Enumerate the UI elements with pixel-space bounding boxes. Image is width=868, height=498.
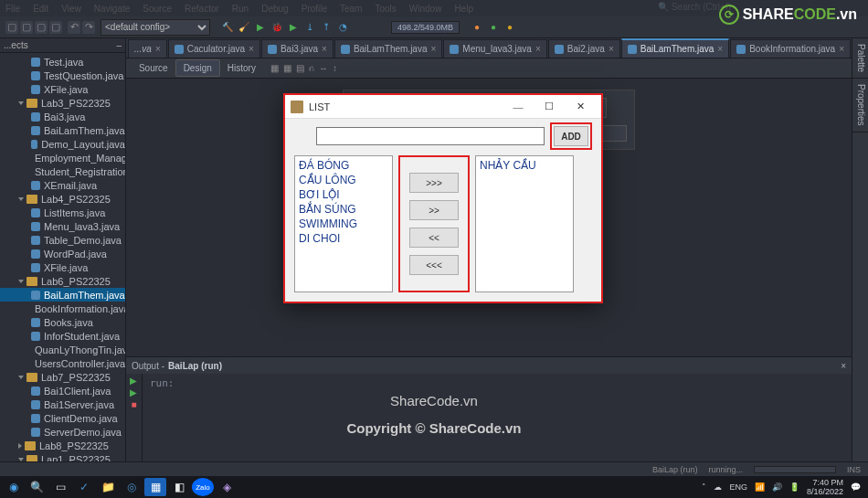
tray-notifications-icon[interactable]: 💬 xyxy=(851,482,861,492)
move-button[interactable]: << xyxy=(409,228,459,248)
list-item[interactable]: SWIMMING xyxy=(299,217,388,231)
open-icon[interactable]: ▢ xyxy=(35,21,48,34)
taskbar-edge-icon[interactable]: ◎ xyxy=(121,478,143,496)
taskbar-explorer-icon[interactable]: 📁 xyxy=(97,478,119,496)
tray-clock[interactable]: 7:40 PM 8/16/2022 xyxy=(807,478,843,496)
taskbar-taskview-icon[interactable]: ▭ xyxy=(49,478,71,496)
tree-folder-lab4_ps22325[interactable]: Lab4_PS22325 xyxy=(0,192,125,206)
run-icon[interactable]: ▶ xyxy=(254,21,267,34)
menu-help[interactable]: Help xyxy=(454,4,473,14)
tree-file-bookinformation-java[interactable]: BookInformation.java xyxy=(0,302,125,315)
designer-icon-3[interactable]: ▤ xyxy=(296,63,304,73)
menu-window[interactable]: Window xyxy=(409,4,442,14)
editor-tab-bailamthem-java[interactable]: BaiLamThem.java× xyxy=(334,39,442,58)
editor-tab-bookinformation-java[interactable]: BookInformation.java× xyxy=(730,39,851,58)
popup-close-button[interactable]: ✕ xyxy=(565,96,596,118)
run-config-select[interactable]: <default config> xyxy=(101,19,210,36)
history-view-button[interactable]: History xyxy=(220,60,263,76)
tray-battery-icon[interactable]: 🔋 xyxy=(789,482,799,492)
build-icon[interactable]: 🔨 xyxy=(221,21,234,34)
tree-folder-lap1_ps22325[interactable]: Lap1_PS22325 xyxy=(0,452,125,461)
taskbar-search-icon[interactable]: 🔍 xyxy=(26,478,48,496)
menu-tools[interactable]: Tools xyxy=(375,4,396,14)
new-file-icon[interactable]: ▢ xyxy=(5,21,18,34)
tree-file-bai1client-java[interactable]: Bai1Client.java xyxy=(0,384,125,397)
editor-tab-bai3-java[interactable]: Bai3.java× xyxy=(261,39,333,58)
tree-file-clientdemo-java[interactable]: ClientDemo.java xyxy=(0,411,125,425)
tree-file-bailamthem-java[interactable]: BaiLamThem.java xyxy=(0,123,125,137)
menu-edit[interactable]: Edit xyxy=(33,4,48,14)
memory-indicator[interactable]: 498.2/549.0MB xyxy=(391,21,460,34)
menu-run[interactable]: Run xyxy=(232,4,249,14)
redo-icon[interactable]: ↷ xyxy=(82,21,95,34)
tree-file-listitems-java[interactable]: ListItems.java xyxy=(0,206,125,219)
project-tree[interactable]: Test.javaTestQuestion.javaXFile.javaLab3… xyxy=(0,53,125,461)
attach-icon[interactable]: ⤒ xyxy=(320,21,333,34)
menu-team[interactable]: Team xyxy=(340,4,362,14)
start-button[interactable]: ◉ xyxy=(4,478,24,496)
tree-folder-lab6_ps22325[interactable]: Lab6_PS22325 xyxy=(0,274,125,288)
popup-maximize-button[interactable]: ☐ xyxy=(534,96,565,118)
design-view-button[interactable]: Design xyxy=(175,59,220,77)
tab-close-icon[interactable]: × xyxy=(155,44,161,54)
popup-right-listbox[interactable]: NHẢY CẦU xyxy=(475,155,574,292)
tray-lang-icon[interactable]: ENG xyxy=(729,482,747,492)
tray-cloud-icon[interactable]: ☁ xyxy=(714,482,722,492)
tab-close-icon[interactable]: × xyxy=(322,44,327,54)
properties-tab[interactable]: Properties xyxy=(852,79,868,132)
designer-icon-1[interactable]: ▦ xyxy=(270,63,279,73)
popup-add-input[interactable] xyxy=(316,127,545,145)
tab-close-icon[interactable]: × xyxy=(839,44,844,54)
editor-tab--va[interactable]: ...va× xyxy=(128,39,167,58)
tree-folder-lab3_ps22325[interactable]: Lab3_PS22325 xyxy=(0,96,125,110)
taskbar-app-1[interactable]: ✓ xyxy=(73,478,95,496)
tree-file-quanlythongtin-java[interactable]: QuanLyThongTin.java xyxy=(0,343,125,356)
taskbar-app-2[interactable]: ▦ xyxy=(144,478,166,496)
profile-project-icon[interactable]: ◔ xyxy=(336,21,349,34)
tree-file-userscontroller-java[interactable]: UsersController.java xyxy=(0,356,125,370)
system-tray[interactable]: ˄ ☁ ENG 📶 🔊 🔋 7:40 PM 8/16/2022 💬 xyxy=(702,478,864,496)
t-icon-1[interactable]: ● xyxy=(471,21,483,34)
editor-tab-bailamthem-java[interactable]: BaiLamThem.java× xyxy=(621,38,729,58)
tab-close-icon[interactable]: × xyxy=(430,44,436,54)
menu-navigate[interactable]: Navigate xyxy=(94,4,130,14)
undo-icon[interactable]: ↶ xyxy=(68,21,80,34)
popup-titlebar[interactable]: LIST — ☐ ✕ xyxy=(285,95,601,119)
list-item[interactable]: CẦU LÔNG xyxy=(299,173,388,187)
menu-debug[interactable]: Debug xyxy=(261,4,288,14)
debug-icon[interactable]: 🐞 xyxy=(270,21,283,34)
taskbar-app-4[interactable]: ◈ xyxy=(216,478,238,496)
menu-file[interactable]: File xyxy=(5,4,20,14)
tree-file-demo_layout-java[interactable]: Demo_Layout.java xyxy=(0,137,125,151)
move-button[interactable]: <<< xyxy=(409,255,459,275)
tab-close-icon[interactable]: × xyxy=(249,44,254,54)
tray-chevron-icon[interactable]: ˄ xyxy=(702,482,706,492)
tree-file-serverdemo-java[interactable]: ServerDemo.java xyxy=(0,425,125,439)
list-item[interactable]: BƠI LỘI xyxy=(299,187,388,202)
stop-icon[interactable]: ■ xyxy=(131,399,136,409)
list-item[interactable]: BẮN SÚNG xyxy=(299,202,388,217)
designer-icon-2[interactable]: ▦ xyxy=(283,63,291,73)
tree-file-test-java[interactable]: Test.java xyxy=(0,55,125,69)
tree-file-xfile-java[interactable]: XFile.java xyxy=(0,260,125,274)
rerun-icon[interactable]: ▶ xyxy=(130,376,137,386)
tree-file-xemail-java[interactable]: XEmail.java xyxy=(0,178,125,192)
output-close-icon[interactable]: × xyxy=(841,361,846,371)
save-icon[interactable]: ▢ xyxy=(49,21,62,34)
tree-file-wordpad-java[interactable]: WordPad.java xyxy=(0,247,125,260)
tree-folder-lab8_ps22325[interactable]: Lab8_PS22325 xyxy=(0,439,125,452)
new-project-icon[interactable]: ▢ xyxy=(20,21,33,34)
popup-add-button[interactable]: ADD xyxy=(554,126,588,146)
list-item[interactable]: NHẢY CẦU xyxy=(480,158,569,173)
profile-icon[interactable]: ▶ xyxy=(287,21,300,34)
designer-icon-4[interactable]: ⎌ xyxy=(309,63,314,73)
editor-tab-caculator-java[interactable]: Caculator.java× xyxy=(168,39,260,58)
designer-icon-5[interactable]: ↔ xyxy=(319,63,328,73)
source-view-button[interactable]: Source xyxy=(132,60,175,76)
tree-file-bai1server-java[interactable]: Bai1Server.java xyxy=(0,397,125,411)
menu-source[interactable]: Source xyxy=(143,4,172,14)
designer-icon-6[interactable]: ↕ xyxy=(333,63,337,73)
tree-file-testquestion-java[interactable]: TestQuestion.java xyxy=(0,69,125,82)
popup-left-listbox[interactable]: ĐÁ BÓNGCẦU LÔNGBƠI LỘIBẮN SÚNGSWIMMINGDI… xyxy=(294,155,393,292)
taskbar-app-3[interactable]: ◧ xyxy=(168,478,190,496)
